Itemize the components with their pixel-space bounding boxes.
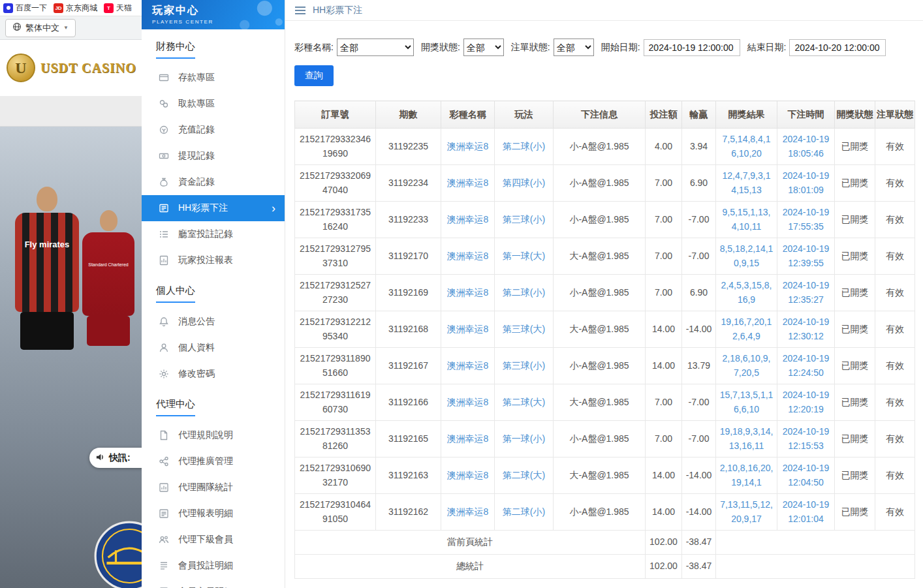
soccer-player-liverpool: Standard Chartered xyxy=(77,210,140,346)
cell-info: 小-A盤@1.985 xyxy=(554,348,646,384)
cell-bet: 7.00 xyxy=(646,384,682,421)
summary-row: 總統計102.00-38.47 xyxy=(295,555,915,579)
table-row: 215217293113538126031192165澳洲幸运8第一球(小)小-… xyxy=(295,421,915,457)
bookmark-item[interactable]: T天猫 xyxy=(104,3,132,14)
summary-label: 總統計 xyxy=(295,555,646,579)
table-row: 215217293116196073031192166澳洲幸运8第二球(大)大-… xyxy=(295,384,915,421)
cell-lottery: 澳洲幸运8 xyxy=(441,275,495,311)
sidebar-item[interactable]: 提現記錄 xyxy=(142,143,285,169)
sidebar-item[interactable]: 充值記錄 xyxy=(142,117,285,143)
cell-info: 小-A盤@1.985 xyxy=(554,494,646,531)
column-header: 訂單號 xyxy=(295,101,376,129)
tmall-icon: T xyxy=(104,3,114,13)
sidebar-item[interactable]: 消息公告 xyxy=(142,309,285,335)
sidebar-item[interactable]: 會員交易明細 xyxy=(142,579,285,588)
bookmark-item[interactable]: 百度一下 xyxy=(3,3,47,14)
recharge-icon xyxy=(159,125,169,135)
sidebar-item[interactable]: 存款專區 xyxy=(142,65,285,91)
summary-bet-total: 102.00 xyxy=(646,531,682,555)
draw-status-select[interactable]: 全部 xyxy=(463,39,504,56)
sidebar-item[interactable]: HH彩票下注› xyxy=(142,195,285,221)
sidebar-item[interactable]: 會員投註明細 xyxy=(142,553,285,579)
sidebar-item[interactable]: 個人資料 xyxy=(142,335,285,361)
sidebar-item[interactable]: 代理團隊統計 xyxy=(142,474,285,501)
usdt-coin-icon: U xyxy=(7,54,35,82)
cell-result: 19,16,7,20,12,6,4,9 xyxy=(716,311,777,348)
column-header: 玩法 xyxy=(495,101,554,129)
cell-order: 2152172933206947040 xyxy=(295,165,376,202)
start-date-input[interactable] xyxy=(644,39,740,56)
sidebar-item[interactable]: 修改密碼 xyxy=(142,361,285,387)
sidebar-item[interactable]: 廳室投註記錄 xyxy=(142,221,285,247)
milan-shirt-text: Fly mirates xyxy=(15,240,79,250)
cell-play: 第二球(大) xyxy=(495,457,554,494)
column-header: 下注時間 xyxy=(777,101,835,129)
end-date-input[interactable] xyxy=(789,39,886,56)
cell-info: 小-A盤@1.985 xyxy=(554,129,646,165)
liverpool-shirt-text: Standard Chartered xyxy=(82,262,134,268)
cell-winloss: 3.94 xyxy=(682,129,716,165)
player-head xyxy=(100,210,117,231)
hamburger-menu-icon[interactable] xyxy=(295,7,305,14)
column-header: 輸贏 xyxy=(682,101,716,129)
cell-order: 2152172931252727230 xyxy=(295,275,376,311)
sidebar-item-label: 個人資料 xyxy=(178,342,215,354)
share-icon xyxy=(159,456,169,467)
cell-winloss: -7.00 xyxy=(682,202,716,238)
table-row: 215217293104649105031192162澳洲幸运8第二球(小)小-… xyxy=(295,494,915,531)
cell-period: 31192166 xyxy=(376,384,441,421)
player-shorts xyxy=(87,316,130,346)
cell-bet: 7.00 xyxy=(646,165,682,202)
cell-draw-status: 已開獎 xyxy=(835,165,875,202)
casino-logo[interactable]: U USDT CASINO xyxy=(0,40,142,97)
jd-icon: JD xyxy=(54,3,63,13)
table-row: 215217293127953731031192170澳洲幸运8第一球(大)大-… xyxy=(295,238,915,275)
cell-lottery: 澳洲幸运8 xyxy=(441,311,495,348)
sidebar-item[interactable]: 資金記錄 xyxy=(142,169,285,195)
sidebar-item[interactable]: 取款專區 xyxy=(142,91,285,117)
cell-time: 2024-10-19 18:01:09 xyxy=(777,165,835,202)
cell-play: 第三球(小) xyxy=(495,348,554,384)
lottery-icon xyxy=(159,203,169,213)
sidebar-item-label: 消息公告 xyxy=(178,316,215,328)
sidebar-item-label: 提現記錄 xyxy=(178,150,215,162)
sidebar-section-header: 財務中心 xyxy=(156,40,285,59)
bookmark-item[interactable]: JD京东商城 xyxy=(54,3,97,14)
cell-order: 2152172931161960730 xyxy=(295,384,376,421)
cell-draw-status: 已開獎 xyxy=(835,421,875,457)
background-site: 百度一下JD京东商城T天猫 繁体中文 ▼ U USDT CASINO Fly m… xyxy=(0,0,142,588)
cell-play: 第二球(小) xyxy=(495,129,554,165)
cell-period: 31192170 xyxy=(376,238,441,275)
sidebar-item[interactable]: 代理推廣管理 xyxy=(142,448,285,474)
cell-order: 2152172933173516240 xyxy=(295,202,376,238)
sidebar-item[interactable]: 代理報表明細 xyxy=(142,501,285,527)
cell-info: 大-A盤@1.985 xyxy=(554,238,646,275)
cell-winloss: -14.00 xyxy=(682,457,716,494)
sidebar-item-label: HH彩票下注 xyxy=(178,202,228,214)
cell-order: 2152172931069032170 xyxy=(295,457,376,494)
news-ticker[interactable]: 快訊: xyxy=(89,448,142,468)
cell-lottery: 澳洲幸运8 xyxy=(441,348,495,384)
column-header: 開獎狀態 xyxy=(835,101,875,129)
sidebar-item[interactable]: 玩家投注報表 xyxy=(142,247,285,273)
lottery-name-select[interactable]: 全部 xyxy=(337,39,414,56)
column-header: 期數 xyxy=(376,101,441,129)
sidebar-item-label: 代理團隊統計 xyxy=(178,482,233,493)
sidebar-item-label: 修改密碼 xyxy=(178,368,215,380)
cell-play: 第二球(大) xyxy=(495,384,554,421)
filter-bar: 彩種名稱:全部開獎狀態:全部注單狀態:全部開始日期:結束日期: xyxy=(294,39,914,56)
query-button[interactable]: 查詢 xyxy=(294,65,334,86)
sidebar-section-header: 代理中心 xyxy=(156,398,285,416)
language-selector-button[interactable]: 繁体中文 ▼ xyxy=(5,19,76,37)
cell-info: 小-A盤@1.985 xyxy=(554,165,646,202)
cell-order: 2152172931279537310 xyxy=(295,238,376,275)
cell-period: 31192165 xyxy=(376,421,441,457)
sidebar-item[interactable]: 代理下級會員 xyxy=(142,527,285,553)
sidebar-item[interactable]: 代理規則說明 xyxy=(142,422,285,448)
cell-period: 31192162 xyxy=(376,494,441,531)
filter-label: 注單狀態: xyxy=(511,42,550,54)
order-status-select[interactable]: 全部 xyxy=(554,39,594,56)
cell-play: 第四球(小) xyxy=(495,165,554,202)
cell-play: 第二球(小) xyxy=(495,494,554,531)
sidebar-menu: 財務中心存款專區取款專區充值記錄提現記錄資金記錄HH彩票下注›廳室投註記錄玩家投… xyxy=(142,40,285,588)
